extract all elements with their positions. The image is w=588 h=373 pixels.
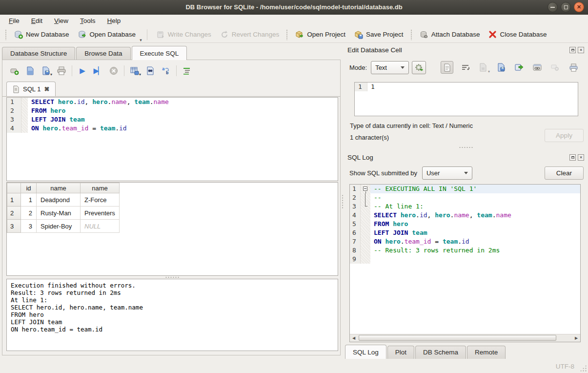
menu-tools[interactable]: Tools xyxy=(74,16,101,26)
word-wrap-button[interactable] xyxy=(459,61,471,74)
tab-remote[interactable]: Remote xyxy=(467,346,506,359)
dock-float-button[interactable] xyxy=(569,47,576,53)
toolbar-separator xyxy=(176,65,177,76)
column-header-name2[interactable]: name xyxy=(81,183,120,193)
cell-id[interactable]: 1 xyxy=(21,193,37,207)
open-database-button[interactable]: Open Database xyxy=(74,28,140,41)
cell-team-name-null[interactable]: NULL xyxy=(81,220,120,233)
import-cell-data-button[interactable] xyxy=(495,61,507,74)
save-project-button[interactable]: Save Project xyxy=(350,28,407,41)
tab-sql-log[interactable]: SQL Log xyxy=(345,345,386,359)
new-sql-tab-button[interactable] xyxy=(8,64,21,77)
toolbar-drag-handle[interactable] xyxy=(286,29,288,40)
mode-value: Text xyxy=(375,64,387,71)
column-header-id[interactable]: id xyxy=(21,183,37,193)
dock-float-button[interactable] xyxy=(569,154,576,161)
table-row[interactable]: 1 1 Deadpond Z-Force xyxy=(7,193,120,207)
table-row[interactable]: 2 2 Rusty-Man Preventers xyxy=(7,207,120,220)
cell-id[interactable]: 3 xyxy=(21,220,37,233)
dock-close-button[interactable]: ✕ xyxy=(578,47,584,53)
attach-database-button[interactable]: Attach Database xyxy=(416,28,484,41)
cell-hero-name[interactable]: Deadpond xyxy=(37,193,81,207)
row-header[interactable]: 2 xyxy=(7,207,21,220)
cell-editor-toolbar: ▾ xyxy=(441,61,580,74)
tab-database-structure[interactable]: Database Structure xyxy=(2,47,75,60)
sql-editor[interactable]: 1SELECT hero.id, hero.name, team.name2FR… xyxy=(6,97,338,181)
text-mode-toggle-button[interactable] xyxy=(441,61,453,74)
close-button[interactable]: ✕ xyxy=(574,2,584,12)
save-dropdown-caret[interactable]: ▾ xyxy=(50,72,52,77)
execute-all-button[interactable]: ▶ xyxy=(76,64,89,77)
db-browser-window: DB Browser for SQLite - /home/user/code/… xyxy=(0,0,588,373)
table-row[interactable]: 3 3 Spider-Boy NULL xyxy=(7,220,120,233)
row-header[interactable]: 3 xyxy=(7,220,21,233)
print-cell-button[interactable] xyxy=(567,61,580,74)
clear-log-button[interactable]: Clear xyxy=(545,166,584,180)
toolbar-drag-handle[interactable] xyxy=(410,29,413,40)
chevron-down-icon xyxy=(401,66,405,69)
sql-log-code: 1-- EXECUTING ALL IN 'SQL 1'2--3-- At li… xyxy=(350,185,580,334)
sql-document-tab[interactable]: SQL 1 ✖ xyxy=(6,82,56,96)
minimize-button[interactable] xyxy=(547,2,558,12)
find-replace-button[interactable]: a b xyxy=(160,64,172,77)
open-sql-file-button[interactable] xyxy=(24,64,37,77)
cell-value-editor[interactable]: 1 1 xyxy=(354,82,578,116)
column-header-name1[interactable]: name xyxy=(37,183,81,193)
tab-browse-data[interactable]: Browse Data xyxy=(76,47,130,60)
open-project-button[interactable]: Open Project xyxy=(291,28,349,41)
panel-splitter[interactable] xyxy=(341,43,344,360)
execution-message-area[interactable]: Execution finished without errors. Resul… xyxy=(6,279,338,351)
scrollbar-thumb[interactable] xyxy=(359,335,556,341)
auto-format-icon xyxy=(182,67,191,75)
scroll-right-arrow[interactable]: ▶ xyxy=(572,334,580,342)
close-database-button[interactable]: Close Database xyxy=(485,28,550,41)
sql-toolbar: ▾ ▶ ▶▏ xyxy=(5,63,193,79)
close-database-icon xyxy=(488,30,497,39)
dock-close-button[interactable]: ✕ xyxy=(578,154,584,161)
open-in-external-button[interactable] xyxy=(531,61,544,74)
auto-format-button[interactable] xyxy=(181,64,193,77)
toolbar-separator xyxy=(72,65,72,76)
word-wrap-icon xyxy=(461,64,469,71)
sql-log-view[interactable]: 1-- EXECUTING ALL IN 'SQL 1'2--3-- At li… xyxy=(349,184,581,342)
open-database-dropdown[interactable]: ▾ xyxy=(140,38,142,42)
auto-switch-mode-button[interactable] xyxy=(412,61,426,74)
save-results-button[interactable]: ▾ xyxy=(128,64,141,77)
save-results-caret[interactable]: ▾ xyxy=(139,72,141,77)
log-filter-combobox[interactable]: User xyxy=(422,166,472,180)
tab-execute-sql[interactable]: Execute SQL xyxy=(132,46,187,60)
cell-hero-name[interactable]: Rusty-Man xyxy=(37,207,81,220)
scrollbar-track[interactable] xyxy=(358,334,572,342)
log-horizontal-scrollbar[interactable]: ◀ ▶ xyxy=(350,334,580,342)
export-cell-data-button[interactable] xyxy=(513,61,526,74)
resize-grip[interactable] xyxy=(580,365,587,372)
corner-header[interactable] xyxy=(7,183,21,193)
toolbar-drag-handle[interactable] xyxy=(5,29,7,40)
menu-edit[interactable]: Edit xyxy=(25,16,48,26)
cell-hero-name[interactable]: Spider-Boy xyxy=(37,220,81,233)
row-header[interactable]: 1 xyxy=(7,193,21,207)
results-grid[interactable]: id name name 1 1 Deadpond Z-Force xyxy=(6,182,338,276)
encoding-indicator[interactable]: UTF-8 xyxy=(556,363,574,370)
close-sql-tab-icon[interactable]: ✖ xyxy=(44,85,49,93)
mode-combobox[interactable]: Text xyxy=(371,61,409,74)
sql-editor-code: 1SELECT hero.id, hero.name, team.name2FR… xyxy=(7,98,338,133)
title-bar[interactable]: DB Browser for SQLite - /home/user/code/… xyxy=(0,0,588,15)
tab-plot[interactable]: Plot xyxy=(387,346,414,359)
save-sql-file-button[interactable]: ▾ xyxy=(40,64,52,77)
open-project-icon xyxy=(295,30,304,39)
dock-splitter[interactable] xyxy=(344,146,588,149)
cell-id[interactable]: 2 xyxy=(21,207,37,220)
print-button[interactable] xyxy=(55,64,68,77)
new-database-button[interactable]: New Database xyxy=(10,28,73,41)
execute-to-cursor-button[interactable]: ▶▏ xyxy=(92,64,104,77)
cell-team-name[interactable]: Z-Force xyxy=(81,193,120,207)
scroll-left-arrow[interactable]: ◀ xyxy=(350,334,358,342)
find-button[interactable] xyxy=(144,64,157,77)
menu-file[interactable]: File xyxy=(3,16,25,26)
menu-view[interactable]: View xyxy=(48,16,74,26)
cell-team-name[interactable]: Preventers xyxy=(81,207,120,220)
tab-db-schema[interactable]: DB Schema xyxy=(415,346,466,359)
maximize-button[interactable] xyxy=(561,2,571,12)
menu-help[interactable]: Help xyxy=(101,16,127,26)
